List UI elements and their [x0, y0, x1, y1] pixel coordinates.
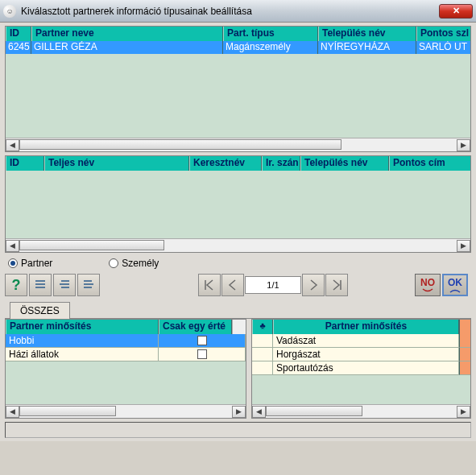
scroll-left-icon[interactable]: ◀: [6, 240, 19, 252]
cell-nev: GILLER GÉZA: [31, 41, 223, 54]
next-page-button[interactable]: [302, 274, 325, 296]
cell-tipus: Magánszemély: [223, 41, 318, 54]
person-table: ID Teljes név Keresztnév Ir. szán Telepü…: [5, 155, 471, 253]
first-page-button[interactable]: [198, 274, 221, 296]
lrow-label: Házi állatok: [6, 348, 159, 361]
status-bar: [5, 422, 471, 438]
scroll-left-icon[interactable]: ◀: [252, 406, 266, 418]
window-title: Kiválasztott partnerek információ típusa…: [21, 6, 439, 17]
ok-button[interactable]: OK: [442, 274, 468, 296]
tab-strip: ÖSSZES: [5, 301, 471, 318]
table-row[interactable]: 6245 GILLER GÉZA Magánszemély NYÍREGYHÁZ…: [6, 41, 470, 54]
col-id[interactable]: ID: [6, 27, 31, 41]
hscrollbar-left[interactable]: ◀ ▶: [6, 404, 246, 418]
rcol-minosites[interactable]: Partner minősítés: [273, 320, 459, 334]
rrow-label: Horgászat: [273, 348, 459, 361]
checkbox[interactable]: [197, 349, 207, 359]
title-bar: ☺ Kiválasztott partnerek információ típu…: [0, 0, 476, 23]
cell-telepules: NYÍREGYHÁZA: [318, 41, 416, 54]
scroll-right-icon[interactable]: ▶: [457, 139, 470, 151]
col2-teljes[interactable]: Teljes név: [44, 156, 189, 171]
col-telepules[interactable]: Település név: [318, 27, 416, 41]
hscrollbar[interactable]: ◀ ▶: [6, 138, 470, 151]
help-button[interactable]: ?: [5, 274, 27, 296]
scroll-left-icon[interactable]: ◀: [6, 406, 19, 418]
list-button-3[interactable]: [77, 274, 100, 296]
scroll-thumb[interactable]: [266, 406, 362, 416]
no-button[interactable]: NO: [415, 274, 441, 296]
scroll-thumb[interactable]: [19, 240, 164, 250]
close-button[interactable]: ✕: [439, 4, 473, 19]
radio-partner[interactable]: Partner: [8, 258, 52, 269]
right-panel: ♣ Partner minősítés Vadászat Horgászat: [251, 319, 471, 419]
person-table-header: ID Teljes név Keresztnév Ir. szán Telepü…: [6, 156, 470, 171]
radio-group: Partner Személy: [5, 253, 471, 272]
tab-osszes[interactable]: ÖSSZES: [10, 302, 70, 319]
left-panel: Partner minősítés Csak egy érté Hobbi Há…: [5, 319, 246, 419]
col-part-tipus[interactable]: Part. típus: [223, 27, 318, 41]
rrow-label: Vadászat: [273, 334, 459, 348]
checkbox[interactable]: [197, 336, 207, 345]
radio-partner-label: Partner: [21, 258, 52, 269]
lcol-csakegy[interactable]: Csak egy érté: [159, 320, 232, 334]
partner-table: ID Partner neve Part. típus Település né…: [5, 26, 471, 152]
cell-id: 6245: [6, 41, 31, 54]
scroll-left-icon[interactable]: ◀: [6, 139, 19, 151]
hscrollbar-right[interactable]: ◀ ▶: [252, 404, 470, 418]
last-page-button[interactable]: [325, 274, 348, 296]
scroll-right-icon[interactable]: ▶: [457, 406, 470, 418]
lrow-label: Hobbi: [6, 334, 159, 348]
app-icon: ☺: [3, 5, 16, 18]
scroll-right-icon[interactable]: ▶: [457, 240, 470, 252]
scroll-thumb[interactable]: [19, 406, 116, 416]
col2-pontos[interactable]: Pontos cím: [389, 156, 470, 171]
toolbar: ? 1/1 NO: [5, 272, 471, 301]
cell-cim: SARLÓ UT: [416, 41, 470, 54]
col2-telepules[interactable]: Település név: [300, 156, 389, 171]
page-indicator: 1/1: [245, 276, 301, 294]
col2-irszan[interactable]: Ir. szán: [262, 156, 300, 171]
radio-dot-icon: [109, 258, 118, 268]
col-pontos-szl[interactable]: Pontos szl: [416, 27, 470, 41]
col2-kereszt[interactable]: Keresztnév: [189, 156, 262, 171]
radio-szemely-label: Személy: [122, 258, 159, 269]
no-label: NO: [420, 277, 435, 288]
list-item[interactable]: Sportautózás: [252, 361, 470, 375]
list-item[interactable]: Horgászat: [252, 348, 470, 361]
ok-label: OK: [448, 277, 462, 288]
list-item[interactable]: Vadászat: [252, 334, 470, 348]
scroll-right-icon[interactable]: ▶: [232, 406, 246, 418]
partner-table-header: ID Partner neve Part. típus Település né…: [6, 27, 470, 41]
rrow-label: Sportautózás: [273, 361, 459, 375]
radio-szemely[interactable]: Személy: [109, 258, 159, 269]
col-partner-neve[interactable]: Partner neve: [31, 27, 223, 41]
prev-page-button[interactable]: [221, 274, 244, 296]
lcol-minosites[interactable]: Partner minősítés: [6, 320, 159, 334]
list-item[interactable]: Hobbi: [6, 334, 246, 348]
rcol-symbol[interactable]: ♣: [252, 320, 273, 334]
col2-id[interactable]: ID: [6, 156, 44, 171]
list-button-2[interactable]: [53, 274, 76, 296]
radio-dot-icon: [8, 258, 18, 268]
scroll-thumb[interactable]: [19, 139, 341, 150]
hscrollbar2[interactable]: ◀ ▶: [6, 238, 470, 252]
list-button-1[interactable]: [29, 274, 52, 296]
list-item[interactable]: Házi állatok: [6, 348, 246, 361]
